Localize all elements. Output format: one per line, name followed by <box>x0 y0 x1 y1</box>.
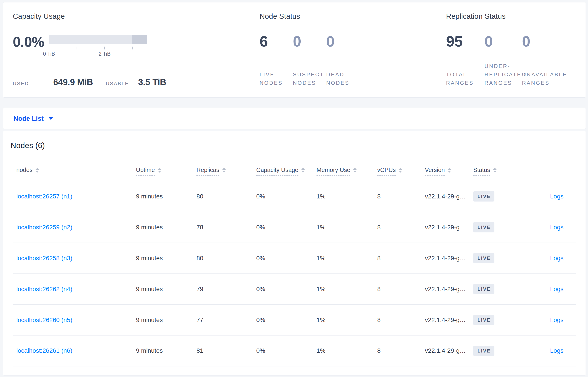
version-cell: v22.1.4-29-g… <box>425 347 473 354</box>
node-list-dropdown[interactable]: Node List <box>13 115 53 122</box>
memory-cell: 1% <box>317 224 377 231</box>
sort-icon <box>158 168 161 173</box>
column-header-uptime[interactable]: Uptime <box>136 167 196 174</box>
replication-status-stats: 95 TOTAL RANGES 0 UNDER-REPLICATED RANGE… <box>446 34 577 87</box>
column-header-nodes[interactable]: nodes <box>13 167 136 174</box>
version-cell: v22.1.4-29-g… <box>425 224 473 231</box>
logs-link[interactable]: Logs <box>550 347 564 354</box>
capacity-cell: 0% <box>256 347 317 354</box>
sort-icon <box>35 168 39 173</box>
node-link[interactable]: localhost:26262 (n4) <box>16 286 72 293</box>
status-badge: LIVE <box>473 253 494 263</box>
sort-icon <box>399 168 402 173</box>
sort-icon <box>222 168 226 173</box>
vcpus-cell: 8 <box>377 317 425 324</box>
replicas-cell: 80 <box>196 255 256 262</box>
used-value: 649.9 MiB <box>53 77 93 87</box>
node-status-stats: 6 LIVE NODES 0 SUSPECT NODES 0 DEAD NODE… <box>259 34 446 87</box>
column-header-capacity-usage[interactable]: Capacity Usage <box>256 167 317 174</box>
vcpus-cell: 8 <box>377 255 425 262</box>
logs-link[interactable]: Logs <box>550 255 564 261</box>
column-header-memory-use[interactable]: Memory Use <box>317 167 377 174</box>
unavailable-ranges-label: UNAVAILABLE RANGES <box>522 71 560 87</box>
uptime-cell: 9 minutes <box>136 224 196 231</box>
logs-link[interactable]: Logs <box>550 317 564 323</box>
capacity-usage-chart: 0.0% 0 TiB 2 TiB <box>13 35 259 57</box>
version-cell: v22.1.4-29-g… <box>425 255 473 262</box>
total-ranges-label: TOTAL RANGES <box>446 71 484 87</box>
capacity-cell: 0% <box>256 224 317 231</box>
column-header-version[interactable]: Version <box>425 167 473 174</box>
vcpus-cell: 8 <box>377 286 425 293</box>
dead-nodes-stat: 0 DEAD NODES <box>326 34 360 87</box>
status-badge: LIVE <box>473 284 494 294</box>
table-row: localhost:26260 (n5) 9 minutes 77 0% 1% … <box>13 305 576 335</box>
replicas-cell: 77 <box>196 317 256 324</box>
status-badge: LIVE <box>473 191 494 201</box>
replication-status-section: Replication Status 95 TOTAL RANGES 0 UND… <box>446 12 577 87</box>
memory-cell: 1% <box>317 193 377 200</box>
version-cell: v22.1.4-29-g… <box>425 286 473 293</box>
replicas-cell: 78 <box>196 224 256 231</box>
status-badge: LIVE <box>473 222 494 232</box>
node-link[interactable]: localhost:26259 (n2) <box>16 224 72 231</box>
uptime-cell: 9 minutes <box>136 317 196 324</box>
node-status-section: Node Status 6 LIVE NODES 0 SUSPECT NODES… <box>259 12 446 87</box>
node-link[interactable]: localhost:26258 (n3) <box>16 255 72 261</box>
replicas-cell: 80 <box>196 193 256 200</box>
memory-cell: 1% <box>317 286 377 293</box>
axis-label-2tib: 2 TiB <box>99 51 111 57</box>
table-row: localhost:26258 (n3) 9 minutes 80 0% 1% … <box>13 243 576 274</box>
capacity-cell: 0% <box>256 193 317 200</box>
memory-cell: 1% <box>317 347 377 354</box>
node-link[interactable]: localhost:26257 (n1) <box>16 193 72 200</box>
vcpus-cell: 8 <box>377 347 425 354</box>
column-header-status[interactable]: Status <box>473 167 522 174</box>
capacity-usage-title: Capacity Usage <box>13 12 259 21</box>
summary-card: Capacity Usage 0.0% 0 TiB 2 TiB <box>3 2 586 98</box>
node-list-dropdown-label: Node List <box>13 115 44 122</box>
dead-nodes-label: DEAD NODES <box>326 71 360 87</box>
capacity-stats: USED 649.9 MiB USABLE 3.5 TiB <box>13 77 259 87</box>
sort-icon <box>301 168 305 173</box>
total-ranges-stat: 95 TOTAL RANGES <box>446 34 484 87</box>
column-header-vcpus[interactable]: vCPUs <box>377 167 425 174</box>
capacity-axis-labels: 0 TiB 2 TiB <box>49 51 147 57</box>
capacity-bar-track <box>49 35 147 44</box>
logs-link[interactable]: Logs <box>550 286 564 293</box>
nodes-table-card: Nodes (6) nodes Uptime Replicas Capacity… <box>3 131 586 376</box>
cluster-overview-page: Capacity Usage 0.0% 0 TiB 2 TiB <box>0 0 588 376</box>
unavailable-ranges-stat: 0 UNAVAILABLE RANGES <box>522 34 577 87</box>
status-badge: LIVE <box>473 315 494 325</box>
table-header-row: nodes Uptime Replicas Capacity Usage Mem… <box>13 159 576 181</box>
logs-link[interactable]: Logs <box>550 224 564 231</box>
column-header-replicas[interactable]: Replicas <box>196 167 256 174</box>
suspect-nodes-value: 0 <box>293 34 326 49</box>
uptime-cell: 9 minutes <box>136 286 196 293</box>
nodes-count-title: Nodes (6) <box>11 141 579 150</box>
live-nodes-label: LIVE NODES <box>259 71 293 87</box>
capacity-cell: 0% <box>256 317 317 324</box>
capacity-usage-section: Capacity Usage 0.0% 0 TiB 2 TiB <box>13 12 259 87</box>
suspect-nodes-stat: 0 SUSPECT NODES <box>293 34 326 87</box>
capacity-axis-ticks <box>49 47 147 50</box>
usable-label: USABLE <box>106 81 129 86</box>
table-row: localhost:26261 (n6) 9 minutes 81 0% 1% … <box>13 335 576 366</box>
total-ranges-value: 95 <box>446 34 484 49</box>
uptime-cell: 9 minutes <box>136 255 196 262</box>
live-nodes-stat: 6 LIVE NODES <box>259 34 293 87</box>
memory-cell: 1% <box>317 317 377 324</box>
suspect-nodes-label: SUSPECT NODES <box>293 71 326 87</box>
node-link[interactable]: localhost:26261 (n6) <box>16 347 72 354</box>
node-link[interactable]: localhost:26260 (n5) <box>16 317 72 323</box>
table-row: localhost:26257 (n1) 9 minutes 80 0% 1% … <box>13 181 576 212</box>
unavailable-ranges-value: 0 <box>522 34 577 49</box>
logs-link[interactable]: Logs <box>550 193 564 200</box>
sort-icon <box>493 168 497 173</box>
live-nodes-value: 6 <box>259 34 293 49</box>
vcpus-cell: 8 <box>377 224 425 231</box>
usable-value: 3.5 TiB <box>138 77 166 87</box>
replicas-cell: 79 <box>196 286 256 293</box>
table-row: localhost:26262 (n4) 9 minutes 79 0% 1% … <box>13 274 576 305</box>
replication-status-title: Replication Status <box>446 12 577 21</box>
